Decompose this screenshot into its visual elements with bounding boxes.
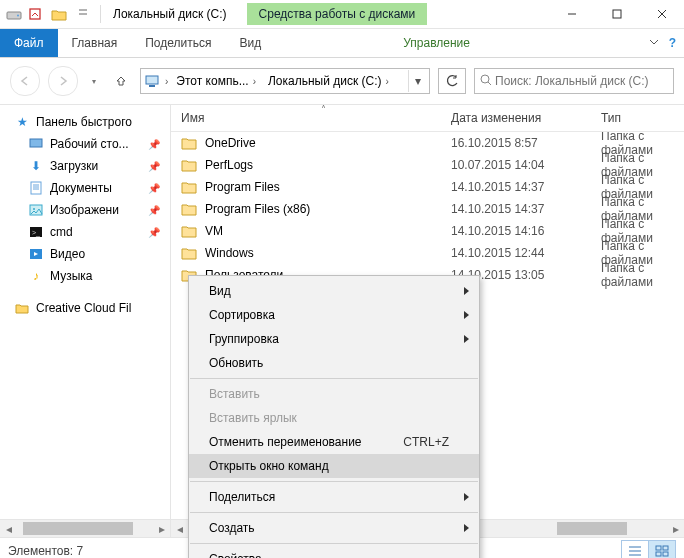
view-icons-button[interactable]	[648, 540, 676, 558]
qat-newfolder-button[interactable]	[48, 3, 70, 25]
menu-label: Вид	[209, 284, 231, 298]
tree-documents[interactable]: Документы📌	[0, 177, 170, 199]
pin-icon: 📌	[148, 183, 160, 194]
file-name: VM	[205, 224, 223, 238]
window-title: Локальный диск (C:)	[113, 7, 227, 21]
title-bar-left: Локальный диск (C:) Средства работы с ди…	[6, 3, 549, 25]
address-bar[interactable]: › Этот компь...› Локальный диск (C:)› ▾	[140, 68, 430, 94]
tree-desktop[interactable]: Рабочий сто...📌	[0, 133, 170, 155]
videos-icon	[28, 246, 44, 262]
tree-videos[interactable]: Видео	[0, 243, 170, 265]
menu-undo-rename[interactable]: Отменить переименованиеCTRL+Z	[189, 430, 479, 454]
search-box[interactable]	[474, 68, 674, 94]
scroll-right-icon[interactable]: ▸	[667, 520, 684, 537]
tree-label: Creative Cloud Fil	[36, 301, 131, 315]
menu-paste: Вставить	[189, 382, 479, 406]
column-headers: ˄ Имя Дата изменения Тип	[171, 105, 684, 132]
menu-sort[interactable]: Сортировка	[189, 303, 479, 327]
help-icon[interactable]: ?	[669, 36, 676, 50]
tree-music[interactable]: ♪Музыка	[0, 265, 170, 287]
file-date: 14.10.2015 14:37	[441, 176, 591, 198]
tree-label: Изображени	[50, 203, 119, 217]
menu-share[interactable]: Поделиться	[189, 485, 479, 509]
svg-rect-5	[149, 85, 155, 87]
menu-group[interactable]: Группировка	[189, 327, 479, 351]
file-date: 16.10.2015 8:57	[441, 132, 591, 154]
ribbon-right: ?	[649, 29, 676, 57]
svg-point-6	[481, 75, 489, 83]
scroll-thumb[interactable]	[557, 522, 627, 535]
menu-label: Вставить ярлык	[209, 411, 297, 425]
folder-icon	[14, 300, 30, 316]
menu-properties[interactable]: Свойства	[189, 547, 479, 558]
menu-open-command-window[interactable]: Открыть окно команд	[189, 454, 479, 478]
refresh-button[interactable]	[438, 68, 466, 94]
qat-properties-button[interactable]	[24, 3, 46, 25]
tree-quick-access[interactable]: ★Панель быстрого	[0, 111, 170, 133]
file-name: Program Files (x86)	[205, 202, 310, 216]
minimize-button[interactable]	[549, 0, 594, 28]
pin-icon: 📌	[148, 227, 160, 238]
address-dropdown-icon[interactable]: ▾	[408, 70, 427, 92]
view-details-button[interactable]	[621, 540, 649, 558]
crumb-root-chevron[interactable]: ›	[165, 76, 168, 87]
svg-rect-16	[656, 552, 661, 556]
folder-icon	[181, 136, 197, 150]
scroll-right-icon[interactable]: ▸	[153, 520, 170, 537]
tree-label: Панель быстрого	[36, 115, 132, 129]
scroll-track[interactable]	[17, 520, 153, 537]
file-name: Program Files	[205, 180, 280, 194]
folder-icon	[181, 158, 197, 172]
menu-label: Свойства	[209, 552, 262, 558]
tab-share[interactable]: Поделиться	[131, 29, 225, 57]
scroll-left-icon[interactable]: ◂	[171, 520, 188, 537]
star-icon: ★	[14, 114, 30, 130]
menu-label: Сортировка	[209, 308, 275, 322]
col-name[interactable]: Имя	[171, 105, 441, 131]
svg-rect-7	[30, 139, 42, 147]
svg-point-10	[33, 208, 35, 210]
cmd-icon: >_	[28, 224, 44, 240]
svg-rect-8	[31, 182, 41, 194]
status-item-count: Элементов: 7	[8, 544, 83, 558]
tree-cmd[interactable]: >_cmd📌	[0, 221, 170, 243]
menu-view[interactable]: Вид	[189, 279, 479, 303]
file-date: 10.07.2015 14:04	[441, 154, 591, 176]
scroll-thumb[interactable]	[23, 522, 133, 535]
tab-manage[interactable]: Управление	[389, 29, 484, 57]
pin-icon: 📌	[148, 161, 160, 172]
menu-label: Группировка	[209, 332, 279, 346]
qat-customize-button[interactable]	[72, 3, 94, 25]
tree-downloads[interactable]: ⬇Загрузки📌	[0, 155, 170, 177]
nav-back-button[interactable]	[10, 66, 40, 96]
tab-file[interactable]: Файл	[0, 29, 58, 57]
col-type[interactable]: Тип	[591, 105, 684, 131]
download-icon: ⬇	[28, 158, 44, 174]
file-name: Windows	[205, 246, 254, 260]
crumb-this-pc[interactable]: Этот компь...›	[172, 70, 260, 92]
tree-scrollbar[interactable]: ◂ ▸	[0, 519, 170, 537]
tab-view[interactable]: Вид	[225, 29, 275, 57]
tab-home[interactable]: Главная	[58, 29, 132, 57]
menu-paste-shortcut: Вставить ярлык	[189, 406, 479, 430]
tree-pictures[interactable]: Изображени📌	[0, 199, 170, 221]
address-pc-icon	[143, 73, 161, 89]
nav-forward-button[interactable]	[48, 66, 78, 96]
close-button[interactable]	[639, 0, 684, 28]
drive-icon	[6, 6, 22, 22]
menu-new[interactable]: Создать	[189, 516, 479, 540]
search-input[interactable]	[493, 73, 669, 89]
tree-creative-cloud[interactable]: Creative Cloud Fil	[0, 297, 170, 319]
menu-refresh[interactable]: Обновить	[189, 351, 479, 375]
scroll-left-icon[interactable]: ◂	[0, 520, 17, 537]
nav-history-dropdown[interactable]: ▾	[86, 77, 102, 86]
pin-icon: 📌	[148, 205, 160, 216]
crumb-drive-c[interactable]: Локальный диск (C:)›	[264, 70, 393, 92]
nav-up-button[interactable]	[110, 70, 132, 92]
svg-point-1	[17, 15, 19, 17]
col-date[interactable]: Дата изменения	[441, 105, 591, 131]
maximize-button[interactable]	[594, 0, 639, 28]
tree-label: Рабочий сто...	[50, 137, 129, 151]
pin-icon: 📌	[148, 139, 160, 150]
ribbon-expand-icon[interactable]	[649, 36, 659, 50]
